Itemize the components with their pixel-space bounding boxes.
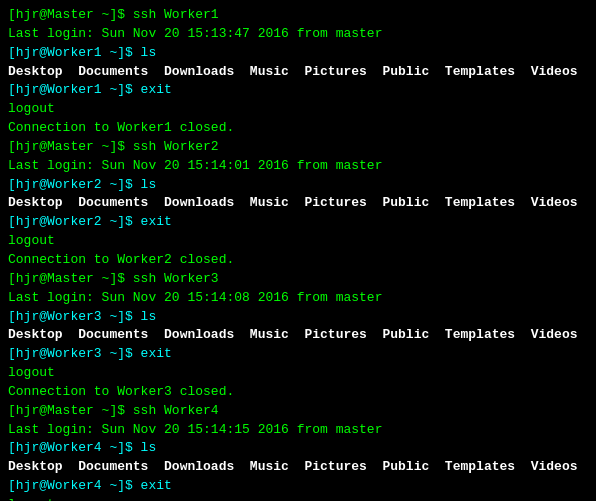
line-5: [hjr@Worker1 ~]$ exit <box>8 81 588 100</box>
ls-output-worker2: Desktop Documents Downloads Music Pictur… <box>8 194 588 213</box>
line-8: [hjr@Master ~]$ ssh Worker2 <box>8 138 588 157</box>
ls-output-worker4: Desktop Documents Downloads Music Pictur… <box>8 458 588 477</box>
line-15: [hjr@Master ~]$ ssh Worker3 <box>8 270 588 289</box>
line-2: Last login: Sun Nov 20 15:13:47 2016 fro… <box>8 25 588 44</box>
line-10: [hjr@Worker2 ~]$ ls <box>8 176 588 195</box>
line-26: [hjr@Worker4 ~]$ exit <box>8 477 588 496</box>
line-14: Connection to Worker2 closed. <box>8 251 588 270</box>
line-7: Connection to Worker1 closed. <box>8 119 588 138</box>
line-17: [hjr@Worker3 ~]$ ls <box>8 308 588 327</box>
line-24: [hjr@Worker4 ~]$ ls <box>8 439 588 458</box>
line-27: logout <box>8 496 588 501</box>
line-20: logout <box>8 364 588 383</box>
line-23: Last login: Sun Nov 20 15:14:15 2016 fro… <box>8 421 588 440</box>
line-6: logout <box>8 100 588 119</box>
line-21: Connection to Worker3 closed. <box>8 383 588 402</box>
terminal-window[interactable]: [hjr@Master ~]$ ssh Worker1 Last login: … <box>0 0 596 501</box>
ls-output-worker3: Desktop Documents Downloads Music Pictur… <box>8 326 588 345</box>
line-13: logout <box>8 232 588 251</box>
line-12: [hjr@Worker2 ~]$ exit <box>8 213 588 232</box>
line-3: [hjr@Worker1 ~]$ ls <box>8 44 588 63</box>
line-22: [hjr@Master ~]$ ssh Worker4 <box>8 402 588 421</box>
line-1: [hjr@Master ~]$ ssh Worker1 <box>8 6 588 25</box>
line-9: Last login: Sun Nov 20 15:14:01 2016 fro… <box>8 157 588 176</box>
line-19: [hjr@Worker3 ~]$ exit <box>8 345 588 364</box>
ls-output-worker1: Desktop Documents Downloads Music Pictur… <box>8 63 588 82</box>
line-16: Last login: Sun Nov 20 15:14:08 2016 fro… <box>8 289 588 308</box>
